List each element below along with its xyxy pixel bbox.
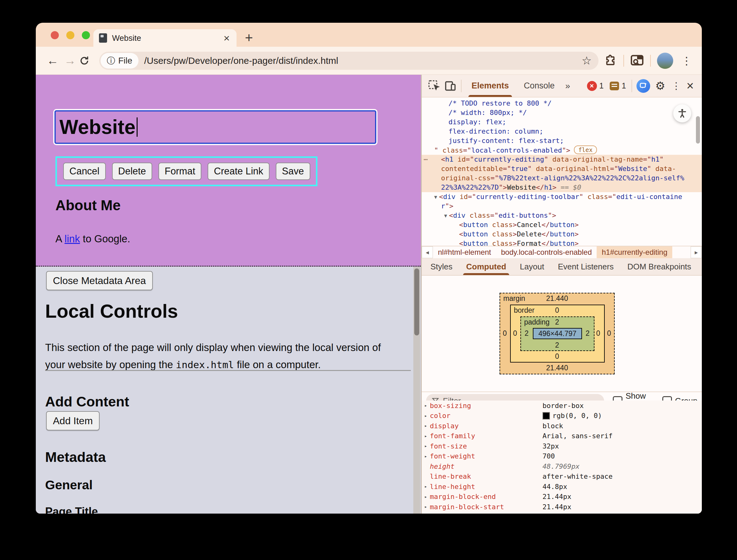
back-icon[interactable]: ← — [44, 54, 61, 67]
reload-icon[interactable] — [79, 55, 96, 66]
close-window-button[interactable] — [51, 31, 59, 39]
property-expand-arrow-icon[interactable]: ▸ — [422, 423, 430, 429]
property-expand-arrow-icon[interactable]: ▸ — [422, 504, 430, 510]
sidebar-tab-event-listeners[interactable]: Event Listeners — [551, 258, 620, 275]
dom-tree-node[interactable]: <button class>Cancel</button> — [422, 220, 702, 230]
edit-toolbar-button[interactable]: Create Link — [208, 163, 270, 180]
sidebar-tab-styles[interactable]: Styles — [423, 258, 459, 275]
property-expand-arrow-icon[interactable]: ▸ — [422, 433, 430, 439]
dom-tree-node[interactable]: original-css="%7B%22text-align%22%3A%22%… — [422, 173, 702, 183]
dom-tree-node[interactable]: ▾<div id="currently-editing-toolbar" cla… — [422, 192, 702, 202]
browser-menu-kebab-icon[interactable]: ⋮ — [679, 55, 694, 67]
link-suffix: to Google. — [80, 233, 130, 244]
tab-close-icon[interactable]: × — [222, 33, 231, 43]
device-toolbar-icon[interactable] — [442, 80, 458, 92]
dom-tree-node[interactable]: r"> — [422, 202, 702, 211]
border-label: border — [514, 306, 534, 315]
bookmark-star-icon[interactable]: ☆ — [577, 54, 597, 67]
browser-tab[interactable]: Website × — [93, 29, 237, 47]
property-expand-arrow-icon[interactable]: ▸ — [422, 443, 430, 449]
computed-property-row[interactable]: ▸colorrgb(0, 0, 0) — [422, 411, 702, 421]
sidebar-tab-computed[interactable]: Computed — [459, 258, 513, 275]
box-model-content[interactable]: 496×44.797 — [533, 328, 582, 339]
computed-property-row[interactable]: ▸line-height44.8px — [422, 482, 702, 492]
dom-tree-node[interactable]: /* width: 800px; */ — [422, 108, 702, 117]
computed-property-row[interactable]: line-breakafter-white-space — [422, 472, 702, 482]
property-expand-arrow-icon[interactable]: ▸ — [422, 403, 430, 408]
dom-tree-node[interactable]: <button class>Format</button> — [422, 239, 702, 246]
dom-tree-node[interactable]: contenteditable="true" data-original-htm… — [422, 164, 702, 173]
url-text[interactable]: /Users/pw/Developer/one-pager/dist/index… — [144, 55, 577, 66]
extensions-puzzle-icon[interactable] — [604, 54, 617, 67]
computed-properties-list[interactable]: ▸box-sizingborder-box▸colorrgb(0, 0, 0)▸… — [422, 401, 702, 514]
computed-property-row[interactable]: ▸box-sizingborder-box — [422, 401, 702, 411]
computed-property-row[interactable]: ▸margin-block-start21.44px — [422, 502, 702, 512]
expand-arrow-icon[interactable]: ▾ — [434, 194, 437, 200]
page-viewport: Website CancelDeleteFormatCreate LinkSav… — [36, 75, 421, 514]
edit-toolbar-button[interactable]: Format — [158, 163, 201, 180]
tab-console[interactable]: Console — [516, 75, 562, 97]
maximize-window-button[interactable] — [82, 31, 90, 39]
more-panels-icon[interactable]: » — [562, 81, 573, 91]
side-panel-icon[interactable] — [630, 55, 644, 67]
dom-tree-node[interactable]: " class="local-controls-enabled">flex — [422, 145, 702, 155]
property-expand-arrow-icon[interactable]: ▸ — [422, 484, 430, 489]
node-menu-dots-icon[interactable]: ⋯ — [423, 155, 428, 164]
computed-property-row[interactable]: ▸margin-block-end21.44px — [422, 492, 702, 502]
dom-tree-node[interactable]: 22%3A%22%22%7D">Website</h1> == $0 — [422, 183, 702, 192]
property-expand-arrow-icon[interactable]: ▸ — [422, 494, 430, 500]
sidebar-tab-layout[interactable]: Layout — [513, 258, 551, 275]
breadcrumb-scroll-right-icon[interactable]: ▸ — [691, 246, 702, 258]
breadcrumb-item[interactable]: nl#html-element — [433, 246, 496, 258]
ai-assistant-icon[interactable] — [636, 79, 650, 93]
inspect-element-icon[interactable] — [426, 80, 442, 92]
edit-toolbar-button[interactable]: Delete — [112, 163, 153, 180]
accessibility-overlay-button[interactable] — [673, 104, 691, 122]
property-expand-arrow-icon[interactable]: ▸ — [422, 413, 430, 419]
forward-icon[interactable]: → — [61, 54, 79, 67]
dom-tree-node[interactable]: <button class>Delete</button> — [422, 230, 702, 239]
devtools-scrollbar-thumb[interactable] — [696, 116, 700, 144]
add-item-button[interactable]: Add Item — [46, 411, 100, 430]
computed-property-row[interactable]: ▸font-familyArial, sans-serif — [422, 431, 702, 441]
issues-badge[interactable]: 1 — [610, 81, 626, 90]
address-bar[interactable]: ⓘ File /Users/pw/Developer/one-pager/dis… — [99, 52, 598, 70]
minimize-window-button[interactable] — [66, 31, 74, 39]
property-expand-arrow-icon[interactable]: ▸ — [422, 453, 430, 459]
devtools-close-icon[interactable]: × — [684, 79, 697, 93]
tab-elements[interactable]: Elements — [464, 75, 516, 97]
breadcrumb-item[interactable]: body.local-controls-enabled — [496, 246, 597, 258]
elements-tree[interactable]: /* TODO restore to 800 *//* width: 800px… — [422, 97, 702, 246]
computed-property-row[interactable]: ▸font-weight700 — [422, 451, 702, 462]
devtools-settings-gear-icon[interactable]: ⚙ — [652, 79, 668, 93]
more-sidebar-tabs-icon[interactable]: » — [698, 258, 702, 275]
computed-property-row[interactable]: height48.7969px — [422, 461, 702, 472]
dom-tree-node[interactable]: ▾<div class="edit-buttons"> — [422, 211, 702, 220]
breadcrumb-scroll-left-icon[interactable]: ◂ — [422, 246, 433, 258]
page-title-editable[interactable]: Website — [54, 110, 376, 144]
dom-tree-node[interactable]: flex-direction: column; — [422, 127, 702, 136]
computed-property-row[interactable]: ▸font-size32px — [422, 441, 702, 451]
dom-tree-node[interactable]: /* TODO restore to 800 */ — [422, 99, 702, 108]
dom-tree-node[interactable]: justify-content: flex-start; — [422, 136, 702, 145]
about-me-heading: About Me — [55, 197, 121, 214]
new-tab-button[interactable]: + — [245, 30, 253, 45]
console-errors-badge[interactable]: ×1 — [587, 81, 604, 91]
devtools-menu-kebab-icon[interactable]: ⋮ — [668, 80, 684, 91]
google-link[interactable]: link — [64, 233, 80, 244]
dom-tree-node[interactable]: ⋯<h1 id="currently-editing" data-origina… — [422, 155, 702, 164]
profile-avatar[interactable] — [657, 53, 673, 69]
computed-property-row[interactable]: ▸displayblock — [422, 421, 702, 431]
tab-title: Website — [112, 33, 222, 43]
close-metadata-button[interactable]: Close Metadata Area — [46, 271, 153, 290]
expand-arrow-icon[interactable]: ▾ — [444, 212, 447, 219]
breadcrumb-item[interactable]: h1#currently-editing — [597, 246, 672, 258]
dom-tree-node[interactable]: display: flex; — [422, 117, 702, 127]
edit-toolbar-button[interactable]: Save — [276, 163, 310, 180]
flex-badge[interactable]: flex — [574, 145, 597, 154]
page-scrollbar-thumb[interactable] — [414, 268, 419, 335]
property-name: height — [430, 463, 542, 470]
sidebar-tab-dom-breakpoints[interactable]: DOM Breakpoints — [621, 258, 698, 275]
edit-toolbar-button[interactable]: Cancel — [63, 163, 106, 180]
url-scheme-chip[interactable]: ⓘ File — [101, 53, 139, 69]
